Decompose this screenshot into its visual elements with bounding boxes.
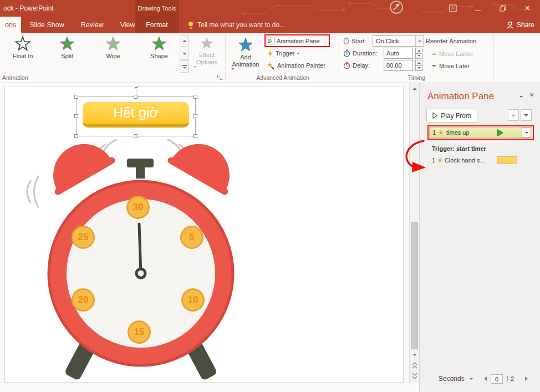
close-button[interactable]: ×: [515, 0, 540, 17]
up-triangle-icon: [432, 53, 436, 55]
tell-me-box[interactable]: Tell me what you want to do...: [187, 17, 285, 33]
add-animation-button[interactable]: Add Animation: [230, 34, 262, 70]
lightbulb-icon: [187, 21, 194, 29]
pane-move-up-button[interactable]: [508, 109, 519, 121]
animation-pane-button[interactable]: Animation Pane: [267, 35, 320, 47]
pane-move-down-button[interactable]: [521, 109, 532, 121]
start-label: Start:: [351, 38, 370, 44]
animation-item-times-up[interactable]: 1 ★ times up: [429, 127, 532, 138]
duration-value: Auto: [386, 50, 399, 57]
gallery-more-button[interactable]: [180, 60, 189, 73]
move-earlier-label: Move Earlier: [439, 50, 473, 57]
animation-dialog-launcher[interactable]: [217, 74, 223, 81]
animation-style-wipe[interactable]: Wipe: [91, 35, 135, 68]
dropdown-arrow-icon: [418, 40, 421, 42]
gallery-scroll-down-button[interactable]: [180, 48, 189, 60]
clock-number-5: 5: [180, 226, 203, 249]
dropdown-arrow-icon: [297, 53, 300, 54]
restore-button[interactable]: [490, 0, 515, 17]
previous-slide-button[interactable]: [410, 360, 419, 370]
animation-painter-button[interactable]: Animation Painter: [267, 60, 325, 71]
rotation-handle-icon[interactable]: [133, 86, 139, 89]
add-animation-label-2: Animation: [230, 61, 262, 70]
delay-step-up-button[interactable]: [415, 60, 422, 66]
gallery-item-label: Wipe: [91, 53, 135, 59]
pane-close-button[interactable]: ×: [529, 90, 534, 99]
tab-review[interactable]: Review: [73, 17, 112, 33]
gallery-item-label: Shape: [137, 53, 181, 59]
gallery-scroll-up-button[interactable]: [180, 35, 189, 47]
ribbon-display-options-button[interactable]: [440, 0, 465, 17]
selection-handle-bottom-left[interactable]: [74, 134, 78, 138]
scrollbar-thumb[interactable]: [411, 222, 418, 349]
reorder-animation-label: Reorder Animation: [426, 38, 476, 44]
play-from-button[interactable]: Play From: [426, 109, 477, 123]
shape-selection-outline: [76, 96, 196, 136]
move-earlier-button[interactable]: Move Earlier: [432, 50, 473, 57]
selection-handle-left[interactable]: [74, 114, 78, 118]
delay-row: Delay: 00.00: [343, 60, 422, 71]
dialog-launcher-icon: [217, 74, 223, 81]
selection-handle-bottom-right[interactable]: [193, 134, 197, 138]
item-dropdown-button[interactable]: [522, 128, 531, 138]
effect-options-button[interactable]: Effect Options: [192, 35, 222, 79]
item-index: 1: [432, 157, 435, 164]
scale-tick: [507, 376, 508, 381]
animation-style-split[interactable]: Split: [45, 35, 89, 68]
selection-handle-bottom[interactable]: [134, 134, 137, 138]
seconds-dropdown[interactable]: Seconds: [439, 375, 465, 383]
selection-handle-right[interactable]: [193, 114, 197, 118]
animation-pane-icon: [267, 37, 274, 45]
animation-style-float-in[interactable]: Float In: [1, 35, 44, 68]
selection-handle-top-left[interactable]: [74, 95, 78, 99]
delay-input[interactable]: 00.00: [384, 60, 413, 71]
item-label: Clock hand s...: [445, 157, 485, 164]
tell-me-label: Tell me what you want to do...: [197, 21, 285, 29]
trigger-group-heading: Trigger: start timer: [432, 145, 486, 152]
dropdown-arrow-button[interactable]: [415, 36, 424, 46]
start-dropdown[interactable]: On Click: [373, 35, 424, 47]
duration-label: Duration:: [353, 50, 381, 57]
animation-style-shape[interactable]: Shape: [137, 35, 181, 68]
share-button[interactable]: Share: [506, 17, 534, 33]
dropdown-arrow-icon: [525, 132, 528, 134]
scale-left-arrow[interactable]: [484, 376, 487, 381]
group-label-advanced-animation: Advanced Animation: [226, 74, 339, 81]
delay-label: Delay:: [353, 62, 381, 69]
animation-pane-panel: Animation Pane × Play From 1 ★ times up …: [419, 83, 540, 392]
next-slide-button[interactable]: [410, 371, 419, 381]
tab-animations[interactable]: ons: [0, 17, 21, 33]
ribbon-tab-strip: ons Slide Show Review View Tell me what …: [0, 17, 540, 33]
start-row: Start: On Click: [343, 35, 424, 47]
down-triangle-icon: [412, 354, 417, 356]
minimize-button[interactable]: [465, 0, 490, 17]
animation-item-clock-hand[interactable]: 1 ★ Clock hand s...: [432, 156, 485, 165]
delay-steppers: [415, 60, 422, 71]
share-label: Share: [517, 21, 534, 29]
up-triangle-icon: [412, 88, 417, 90]
down-triangle-icon: [417, 67, 421, 69]
pane-options-button[interactable]: [519, 96, 523, 98]
duration-input[interactable]: Auto: [384, 48, 413, 59]
selection-handle-top-right[interactable]: [193, 95, 197, 99]
animation-pane-title: Animation Pane: [427, 91, 494, 102]
scale-right-arrow[interactable]: [525, 376, 528, 381]
slide-workspace: 30 5 25 10 20 15 Hết giờ: [0, 83, 419, 392]
start-value: On Click: [376, 38, 399, 44]
scroll-down-button[interactable]: [410, 350, 419, 359]
duration-step-up-button[interactable]: [415, 48, 422, 54]
vertical-scrollbar[interactable]: [409, 83, 419, 383]
timeline-duration-bar[interactable]: [497, 156, 517, 164]
selection-handle-top[interactable]: [134, 95, 137, 99]
delay-step-down-button[interactable]: [415, 66, 422, 72]
duration-step-down-button[interactable]: [415, 54, 422, 59]
scroll-up-button[interactable]: [410, 84, 419, 93]
gallery-more-bar-icon: [182, 65, 187, 66]
slide-canvas[interactable]: 30 5 25 10 20 15 Hết giờ: [4, 86, 404, 383]
animation-painter-label: Animation Painter: [277, 62, 325, 69]
trigger-button[interactable]: Trigger: [267, 48, 300, 59]
title-bar: ock - PowerPoint ×: [0, 0, 540, 17]
tab-format[interactable]: Format: [135, 17, 179, 33]
tab-slide-show[interactable]: Slide Show: [21, 17, 73, 33]
move-later-button[interactable]: Move Later: [432, 63, 470, 69]
